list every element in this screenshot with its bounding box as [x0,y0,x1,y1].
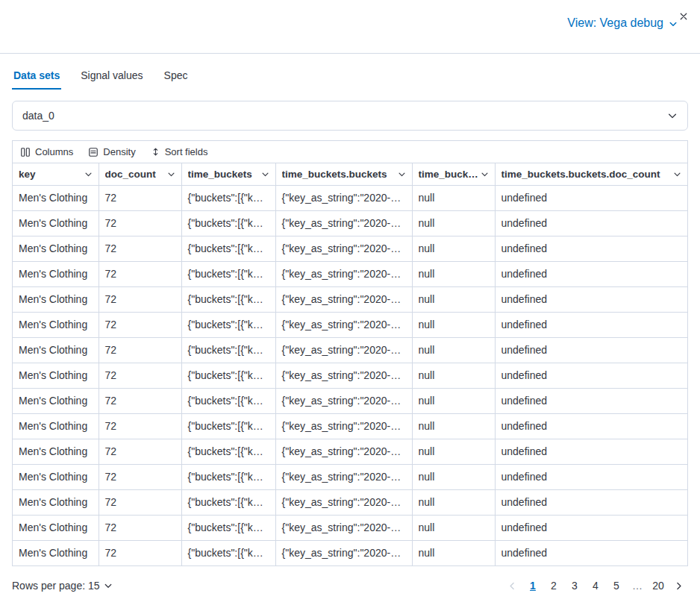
table-cell[interactable]: 72 [99,489,181,515]
table-cell[interactable]: Men's Clothing [13,388,99,413]
table-cell[interactable]: null [412,185,495,210]
sort-fields-button[interactable]: Sort fields [151,146,208,157]
view-selector-button[interactable]: View: Vega debug [567,16,678,30]
table-cell[interactable]: Men's Clothing [13,337,99,363]
table-cell[interactable]: Men's Clothing [13,236,99,261]
columns-button[interactable]: Columns [20,146,73,157]
table-cell[interactable]: {"buckets":[{"k… [181,515,275,540]
column-header-time-buckets[interactable]: time_buckets [181,163,275,185]
table-cell[interactable]: Men's Clothing [13,540,99,565]
next-page-button[interactable] [669,577,688,595]
pagination-page-2[interactable]: 2 [544,576,563,595]
table-cell[interactable]: 72 [99,439,181,464]
table-cell[interactable]: 72 [99,337,181,363]
table-cell[interactable]: {"key_as_string":"2020-… [275,210,412,236]
table-cell[interactable]: Men's Clothing [13,489,99,515]
table-cell[interactable]: undefined [495,439,687,464]
pagination-page-3[interactable]: 3 [565,576,584,595]
table-cell[interactable]: Men's Clothing [13,439,99,464]
tab-signal-values[interactable]: Signal values [79,69,144,90]
table-cell[interactable]: {"buckets":[{"k… [181,210,275,236]
pagination-page-4[interactable]: 4 [586,576,605,595]
table-cell[interactable]: {"key_as_string":"2020-… [275,261,412,286]
table-cell[interactable]: {"key_as_string":"2020-… [275,489,412,515]
table-cell[interactable]: 72 [99,413,181,439]
table-cell[interactable]: {"key_as_string":"2020-… [275,286,412,312]
column-header-time-buckets-buckets-doc-count[interactable]: time_buckets.buckets.doc_count [495,163,687,185]
table-cell[interactable]: {"key_as_string":"2020-… [275,439,412,464]
table-cell[interactable]: 72 [99,210,181,236]
table-cell[interactable]: {"key_as_string":"2020-… [275,388,412,413]
table-cell[interactable]: null [412,363,495,388]
table-cell[interactable]: {"key_as_string":"2020-… [275,236,412,261]
table-cell[interactable]: 72 [99,261,181,286]
table-cell[interactable]: undefined [495,413,687,439]
table-cell[interactable]: 72 [99,236,181,261]
rows-per-page-button[interactable]: Rows per page: 15 [12,580,113,592]
table-cell[interactable]: undefined [495,261,687,286]
table-cell[interactable]: undefined [495,286,687,312]
table-cell[interactable]: undefined [495,312,687,337]
pagination-page-5[interactable]: 5 [607,576,626,595]
table-cell[interactable]: undefined [495,185,687,210]
table-cell[interactable]: {"key_as_string":"2020-… [275,413,412,439]
table-cell[interactable]: null [412,236,495,261]
table-cell[interactable]: undefined [495,515,687,540]
table-cell[interactable]: {"key_as_string":"2020-… [275,515,412,540]
table-cell[interactable]: null [412,286,495,312]
table-cell[interactable]: null [412,540,495,565]
tab-spec[interactable]: Spec [163,69,190,90]
table-cell[interactable]: {"buckets":[{"k… [181,337,275,363]
table-cell[interactable]: Men's Clothing [13,286,99,312]
table-cell[interactable]: {"buckets":[{"k… [181,185,275,210]
table-cell[interactable]: {"key_as_string":"2020-… [275,464,412,489]
table-cell[interactable]: null [412,464,495,489]
table-cell[interactable]: 72 [99,286,181,312]
table-cell[interactable]: {"buckets":[{"k… [181,363,275,388]
dataset-select[interactable]: data_0 [12,101,688,131]
table-cell[interactable]: undefined [495,210,687,236]
table-cell[interactable]: {"buckets":[{"k… [181,388,275,413]
table-cell[interactable]: 72 [99,388,181,413]
column-header-doc-count[interactable]: doc_count [99,163,181,185]
column-header-key[interactable]: key [13,163,99,185]
column-header-time-buckets-buckets[interactable]: time_buckets.buckets [275,163,412,185]
density-button[interactable]: Density [88,146,135,157]
table-cell[interactable]: {"key_as_string":"2020-… [275,185,412,210]
table-cell[interactable]: Men's Clothing [13,210,99,236]
table-cell[interactable]: Men's Clothing [13,413,99,439]
table-cell[interactable]: {"buckets":[{"k… [181,236,275,261]
table-cell[interactable]: 72 [99,464,181,489]
table-cell[interactable]: undefined [495,489,687,515]
table-cell[interactable]: {"key_as_string":"2020-… [275,312,412,337]
column-header-time-buckets-truncated[interactable]: time_buck… [412,163,495,185]
table-cell[interactable]: Men's Clothing [13,185,99,210]
table-cell[interactable]: null [412,337,495,363]
table-cell[interactable]: undefined [495,464,687,489]
table-cell[interactable]: {"buckets":[{"k… [181,413,275,439]
table-cell[interactable]: null [412,210,495,236]
table-cell[interactable]: 72 [99,363,181,388]
table-cell[interactable]: Men's Clothing [13,363,99,388]
table-cell[interactable]: {"buckets":[{"k… [181,489,275,515]
pagination-page-1[interactable]: 1 [523,576,543,595]
table-cell[interactable]: null [412,515,495,540]
table-cell[interactable]: 72 [99,312,181,337]
table-cell[interactable]: Men's Clothing [13,515,99,540]
table-cell[interactable]: undefined [495,236,687,261]
table-cell[interactable]: {"buckets":[{"k… [181,286,275,312]
table-cell[interactable]: {"key_as_string":"2020-… [275,363,412,388]
table-cell[interactable]: {"buckets":[{"k… [181,464,275,489]
table-cell[interactable]: {"buckets":[{"k… [181,312,275,337]
previous-page-button[interactable] [503,577,522,595]
table-cell[interactable]: null [412,312,495,337]
table-cell[interactable]: {"key_as_string":"2020-… [275,337,412,363]
table-cell[interactable]: 72 [99,185,181,210]
table-cell[interactable]: undefined [495,388,687,413]
table-cell[interactable]: undefined [495,540,687,565]
table-cell[interactable]: 72 [99,515,181,540]
table-cell[interactable]: Men's Clothing [13,312,99,337]
table-cell[interactable]: null [412,388,495,413]
table-cell[interactable]: {"buckets":[{"k… [181,540,275,565]
table-cell[interactable]: Men's Clothing [13,261,99,286]
